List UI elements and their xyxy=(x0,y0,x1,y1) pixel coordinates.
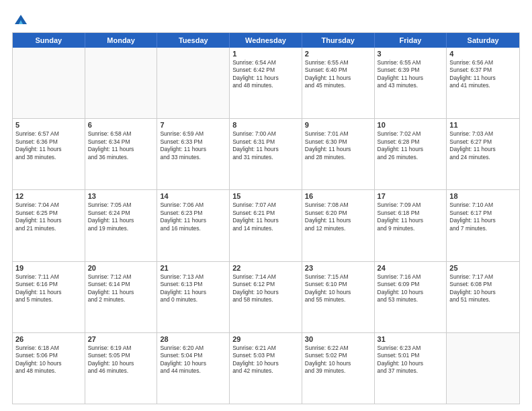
cell-text: Sunrise: 6:57 AM Sunset: 6:36 PM Dayligh… xyxy=(15,130,82,161)
cell-text: Sunrise: 7:07 AM Sunset: 6:21 PM Dayligh… xyxy=(232,201,299,232)
day-number: 16 xyxy=(305,192,371,200)
cell-text: Sunrise: 7:00 AM Sunset: 6:31 PM Dayligh… xyxy=(232,130,299,161)
cell-text: Sunrise: 6:54 AM Sunset: 6:42 PM Dayligh… xyxy=(232,59,299,90)
calendar-row-2: 5Sunrise: 6:57 AM Sunset: 6:36 PM Daylig… xyxy=(13,118,519,189)
day-number: 15 xyxy=(232,192,299,200)
calendar-cell-2-5: 9Sunrise: 7:01 AM Sunset: 6:30 PM Daylig… xyxy=(302,119,375,189)
day-number: 7 xyxy=(160,121,226,129)
day-number: 18 xyxy=(449,192,517,200)
cell-text: Sunrise: 6:20 AM Sunset: 5:04 PM Dayligh… xyxy=(160,345,226,375)
day-number: 21 xyxy=(160,264,226,272)
page: SundayMondayTuesdayWednesdayThursdayFrid… xyxy=(0,0,532,411)
logo xyxy=(12,12,28,27)
calendar-cell-1-2 xyxy=(85,48,158,118)
day-number: 31 xyxy=(378,335,444,343)
cell-text: Sunrise: 7:16 AM Sunset: 6:09 PM Dayligh… xyxy=(378,273,444,304)
calendar: SundayMondayTuesdayWednesdayThursdayFrid… xyxy=(12,32,520,404)
day-number: 13 xyxy=(88,192,154,200)
calendar-cell-4-1: 19Sunrise: 7:11 AM Sunset: 6:16 PM Dayli… xyxy=(13,262,85,332)
cell-text: Sunrise: 7:02 AM Sunset: 6:28 PM Dayligh… xyxy=(378,130,444,161)
calendar-cell-3-7: 18Sunrise: 7:10 AM Sunset: 6:17 PM Dayli… xyxy=(447,190,519,261)
calendar-cell-4-6: 24Sunrise: 7:16 AM Sunset: 6:09 PM Dayli… xyxy=(375,262,447,332)
day-number: 26 xyxy=(15,335,82,343)
day-number: 19 xyxy=(15,264,82,272)
calendar-cell-1-3 xyxy=(157,48,230,118)
cell-text: Sunrise: 6:56 AM Sunset: 6:37 PM Dayligh… xyxy=(449,59,517,90)
cell-text: Sunrise: 6:18 AM Sunset: 5:06 PM Dayligh… xyxy=(15,345,82,375)
calendar-cell-4-2: 20Sunrise: 7:12 AM Sunset: 6:14 PM Dayli… xyxy=(85,262,158,332)
logo-icon xyxy=(13,12,28,27)
cell-text: Sunrise: 6:23 AM Sunset: 5:01 PM Dayligh… xyxy=(378,345,444,375)
calendar-cell-2-6: 10Sunrise: 7:02 AM Sunset: 6:28 PM Dayli… xyxy=(375,119,447,189)
cell-text: Sunrise: 7:11 AM Sunset: 6:16 PM Dayligh… xyxy=(15,273,82,304)
cell-text: Sunrise: 7:15 AM Sunset: 6:10 PM Dayligh… xyxy=(305,273,371,304)
day-number: 1 xyxy=(232,50,299,58)
calendar-cell-3-2: 13Sunrise: 7:05 AM Sunset: 6:24 PM Dayli… xyxy=(85,190,158,261)
calendar-cell-5-7 xyxy=(447,333,519,404)
calendar-cell-2-7: 11Sunrise: 7:03 AM Sunset: 6:27 PM Dayli… xyxy=(447,119,519,189)
day-number: 5 xyxy=(15,121,82,129)
calendar-cell-3-6: 17Sunrise: 7:09 AM Sunset: 6:18 PM Dayli… xyxy=(375,190,447,261)
calendar-cell-2-4: 8Sunrise: 7:00 AM Sunset: 6:31 PM Daylig… xyxy=(230,119,302,189)
day-number: 4 xyxy=(449,50,517,58)
cell-text: Sunrise: 7:04 AM Sunset: 6:25 PM Dayligh… xyxy=(15,201,82,232)
calendar-row-5: 26Sunrise: 6:18 AM Sunset: 5:06 PM Dayli… xyxy=(13,332,519,404)
day-number: 11 xyxy=(449,121,517,129)
cell-text: Sunrise: 7:06 AM Sunset: 6:23 PM Dayligh… xyxy=(160,201,226,232)
cell-text: Sunrise: 6:22 AM Sunset: 5:02 PM Dayligh… xyxy=(305,345,371,375)
calendar-cell-1-1 xyxy=(13,48,85,118)
day-number: 12 xyxy=(15,192,82,200)
cell-text: Sunrise: 6:59 AM Sunset: 6:33 PM Dayligh… xyxy=(160,130,226,161)
day-number: 22 xyxy=(232,264,299,272)
cell-text: Sunrise: 6:55 AM Sunset: 6:40 PM Dayligh… xyxy=(305,59,371,90)
header-day-sunday: Sunday xyxy=(13,33,85,48)
cell-text: Sunrise: 6:19 AM Sunset: 5:05 PM Dayligh… xyxy=(88,345,154,375)
header-day-saturday: Saturday xyxy=(447,33,519,48)
calendar-cell-2-1: 5Sunrise: 6:57 AM Sunset: 6:36 PM Daylig… xyxy=(13,119,85,189)
calendar-cell-5-2: 27Sunrise: 6:19 AM Sunset: 5:05 PM Dayli… xyxy=(85,333,158,404)
cell-text: Sunrise: 7:13 AM Sunset: 6:13 PM Dayligh… xyxy=(160,273,226,304)
day-number: 8 xyxy=(232,121,299,129)
calendar-cell-4-4: 22Sunrise: 7:14 AM Sunset: 6:12 PM Dayli… xyxy=(230,262,302,332)
day-number: 29 xyxy=(232,335,299,343)
calendar-cell-4-5: 23Sunrise: 7:15 AM Sunset: 6:10 PM Dayli… xyxy=(302,262,375,332)
cell-text: Sunrise: 6:58 AM Sunset: 6:34 PM Dayligh… xyxy=(88,130,154,161)
cell-text: Sunrise: 7:09 AM Sunset: 6:18 PM Dayligh… xyxy=(378,201,444,232)
calendar-body: 1Sunrise: 6:54 AM Sunset: 6:42 PM Daylig… xyxy=(13,48,519,404)
day-number: 25 xyxy=(449,264,517,272)
calendar-header: SundayMondayTuesdayWednesdayThursdayFrid… xyxy=(13,33,519,48)
calendar-cell-5-1: 26Sunrise: 6:18 AM Sunset: 5:06 PM Dayli… xyxy=(13,333,85,404)
calendar-cell-5-4: 29Sunrise: 6:21 AM Sunset: 5:03 PM Dayli… xyxy=(230,333,302,404)
day-number: 20 xyxy=(88,264,154,272)
cell-text: Sunrise: 7:10 AM Sunset: 6:17 PM Dayligh… xyxy=(449,201,517,232)
cell-text: Sunrise: 7:12 AM Sunset: 6:14 PM Dayligh… xyxy=(88,273,154,304)
calendar-row-1: 1Sunrise: 6:54 AM Sunset: 6:42 PM Daylig… xyxy=(13,48,519,118)
header xyxy=(12,12,520,27)
header-day-friday: Friday xyxy=(375,33,447,48)
calendar-cell-5-3: 28Sunrise: 6:20 AM Sunset: 5:04 PM Dayli… xyxy=(157,333,230,404)
calendar-cell-1-7: 4Sunrise: 6:56 AM Sunset: 6:37 PM Daylig… xyxy=(447,48,519,118)
header-day-thursday: Thursday xyxy=(302,33,375,48)
day-number: 9 xyxy=(305,121,371,129)
day-number: 30 xyxy=(305,335,371,343)
header-day-tuesday: Tuesday xyxy=(157,33,230,48)
day-number: 24 xyxy=(378,264,444,272)
day-number: 14 xyxy=(160,192,226,200)
calendar-cell-5-5: 30Sunrise: 6:22 AM Sunset: 5:02 PM Dayli… xyxy=(302,333,375,404)
calendar-cell-3-4: 15Sunrise: 7:07 AM Sunset: 6:21 PM Dayli… xyxy=(230,190,302,261)
calendar-cell-5-6: 31Sunrise: 6:23 AM Sunset: 5:01 PM Dayli… xyxy=(375,333,447,404)
cell-text: Sunrise: 7:03 AM Sunset: 6:27 PM Dayligh… xyxy=(449,130,517,161)
day-number: 2 xyxy=(305,50,371,58)
cell-text: Sunrise: 6:21 AM Sunset: 5:03 PM Dayligh… xyxy=(232,345,299,375)
calendar-row-3: 12Sunrise: 7:04 AM Sunset: 6:25 PM Dayli… xyxy=(13,189,519,261)
calendar-cell-2-3: 7Sunrise: 6:59 AM Sunset: 6:33 PM Daylig… xyxy=(157,119,230,189)
cell-text: Sunrise: 7:14 AM Sunset: 6:12 PM Dayligh… xyxy=(232,273,299,304)
calendar-cell-3-5: 16Sunrise: 7:08 AM Sunset: 6:20 PM Dayli… xyxy=(302,190,375,261)
cell-text: Sunrise: 7:17 AM Sunset: 6:08 PM Dayligh… xyxy=(449,273,517,304)
day-number: 3 xyxy=(378,50,444,58)
calendar-row-4: 19Sunrise: 7:11 AM Sunset: 6:16 PM Dayli… xyxy=(13,261,519,332)
calendar-cell-1-5: 2Sunrise: 6:55 AM Sunset: 6:40 PM Daylig… xyxy=(302,48,375,118)
cell-text: Sunrise: 7:01 AM Sunset: 6:30 PM Dayligh… xyxy=(305,130,371,161)
cell-text: Sunrise: 7:05 AM Sunset: 6:24 PM Dayligh… xyxy=(88,201,154,232)
day-number: 10 xyxy=(378,121,444,129)
